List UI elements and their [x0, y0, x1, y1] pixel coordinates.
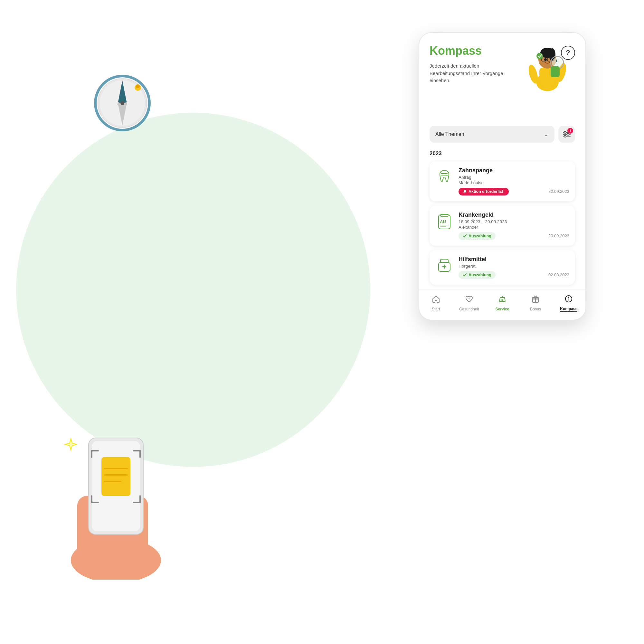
- compass-illustration: [90, 71, 155, 135]
- card-zahnspange-date: 22.09.2023: [548, 189, 569, 194]
- health-icon: [465, 295, 473, 306]
- dropdown-label: Alle Themen: [435, 131, 464, 137]
- card-zahnspange-sub2: Marie-Louise: [459, 180, 569, 185]
- bonus-icon: [531, 295, 540, 306]
- character-illustration: [522, 42, 573, 93]
- ok-badge-krankengeld: Auszahlung: [459, 232, 496, 240]
- aid-icon: [435, 256, 453, 274]
- bottom-nav: Start Gesundheit B Service: [419, 289, 585, 320]
- card-zahnspange[interactable]: Zahnspange Antrag Marie-Louise Aktion er…: [430, 161, 575, 201]
- card-krankengeld-sub2: Alexander: [459, 225, 569, 230]
- card-hilfsmittel-date: 02.08.2023: [548, 272, 569, 277]
- home-icon: [432, 295, 440, 306]
- svg-point-45: [444, 173, 445, 174]
- card-krankengeld[interactable]: AU Krankengeld 18.09.2023 – 20.09.2023 A…: [430, 206, 575, 246]
- svg-marker-64: [568, 299, 569, 301]
- bell-icon: [463, 189, 467, 194]
- ok-badge-hilfsmittel: Auszahlung: [459, 271, 496, 279]
- nav-start-label: Start: [432, 307, 440, 311]
- tooth-icon: [435, 167, 453, 185]
- svg-marker-63: [568, 296, 569, 299]
- svg-point-8: [136, 84, 140, 88]
- nav-start[interactable]: Start: [426, 295, 446, 311]
- svg-point-35: [536, 53, 543, 59]
- svg-rect-13: [101, 457, 130, 496]
- card-hilfsmittel-body: Hilfsmittel Hörgerät Auszahlung 02.08.20…: [459, 256, 569, 279]
- action-badge: Aktion erforderlich: [459, 188, 509, 195]
- card-hilfsmittel-sub1: Hörgerät: [459, 264, 569, 269]
- svg-point-6: [120, 101, 124, 105]
- nav-gesundheit-label: Gesundheit: [459, 307, 479, 311]
- nav-gesundheit[interactable]: Gesundheit: [459, 295, 479, 311]
- filter-row: Alle Themen ⌄ 1: [430, 126, 575, 143]
- nav-kompass-label: Kompass: [560, 307, 577, 312]
- check-icon-2: [463, 273, 467, 277]
- svg-point-44: [442, 173, 443, 174]
- card-krankengeld-sub1: 18.09.2023 – 20.09.2023: [459, 219, 569, 224]
- nav-service-label: Service: [496, 307, 509, 311]
- card-krankengeld-footer: Auszahlung 20.09.2023: [459, 232, 569, 240]
- nav-bonus-label: Bonus: [530, 307, 541, 311]
- card-hilfsmittel-title: Hilfsmittel: [459, 256, 569, 263]
- card-krankengeld-date: 20.09.2023: [548, 233, 569, 238]
- nav-kompass[interactable]: Kompass: [558, 295, 579, 312]
- card-zahnspange-title: Zahnspange: [459, 167, 569, 174]
- year-label: 2023: [430, 150, 575, 157]
- card-zahnspange-sub1: Antrag: [459, 175, 569, 180]
- card-hilfsmittel-footer: Auszahlung 02.08.2023: [459, 271, 569, 279]
- svg-marker-18: [66, 440, 75, 449]
- filter-button[interactable]: 1: [558, 126, 575, 143]
- hand-phone-illustration: [42, 412, 190, 580]
- app-title: Kompass: [430, 44, 482, 57]
- card-zahnspange-body: Zahnspange Antrag Marie-Louise Aktion er…: [459, 167, 569, 195]
- svg-rect-34: [551, 66, 560, 77]
- svg-text:B: B: [501, 298, 504, 301]
- card-zahnspange-footer: Aktion erforderlich 22.09.2023: [459, 188, 569, 195]
- filter-badge: 1: [567, 128, 573, 134]
- svg-point-39: [564, 131, 566, 133]
- card-hilfsmittel[interactable]: Hilfsmittel Hörgerät Auszahlung 02.08.20…: [430, 250, 575, 285]
- nav-service[interactable]: B Service: [492, 295, 513, 311]
- nav-bonus[interactable]: Bonus: [525, 295, 546, 311]
- kompass-nav-icon: [564, 295, 573, 305]
- service-icon: B: [498, 295, 507, 306]
- card-krankengeld-body: Krankengeld 18.09.2023 – 20.09.2023 Alex…: [459, 212, 569, 240]
- theme-dropdown[interactable]: Alle Themen ⌄: [430, 126, 554, 143]
- chevron-down-icon: ⌄: [544, 131, 549, 138]
- card-krankengeld-title: Krankengeld: [459, 212, 569, 218]
- au-icon: AU: [435, 212, 453, 230]
- check-icon: [463, 234, 467, 238]
- svg-point-40: [567, 133, 569, 135]
- svg-point-46: [446, 173, 447, 174]
- svg-text:AU: AU: [440, 219, 446, 224]
- app-subtitle: Jederzeit den aktuellen Bearbeitungsstan…: [430, 62, 507, 84]
- svg-point-41: [564, 135, 566, 137]
